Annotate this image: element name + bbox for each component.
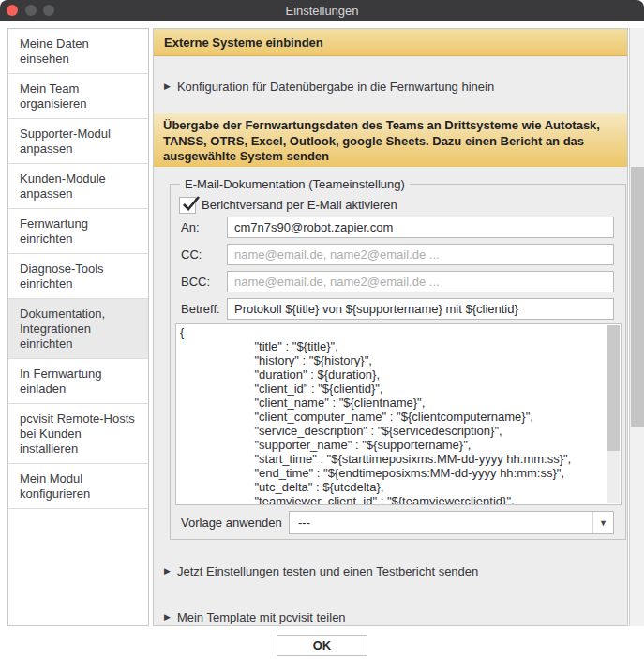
disclosure-konfiguration-label: Konfiguration für Datenübergabe in die F…: [177, 80, 494, 94]
disclosure-template-teilen-label: Mein Template mit pcvisit teilen: [177, 610, 346, 624]
vorlage-combobox[interactable]: --- ▼: [289, 511, 614, 534]
vorlage-label: Vorlage anwenden: [181, 516, 282, 530]
settings-window: Einstellungen Meine Daten einsehen Mein …: [0, 0, 644, 659]
an-input[interactable]: [227, 217, 614, 238]
window-scrollbar-track[interactable]: [629, 28, 644, 626]
disclosure-testbericht-label: Jetzt Einstellungen testen und einen Tes…: [177, 564, 478, 578]
window-title: Einstellungen: [0, 4, 644, 18]
group-title: E-Mail-Dokumentation (Teameinstellung): [180, 177, 410, 191]
berichtversand-checkbox-label: Berichtversand per E-Mail aktivieren: [202, 198, 397, 212]
disclosure-template-teilen[interactable]: ▶ Mein Template mit pcvisit teilen: [164, 608, 346, 625]
ok-button-label: OK: [313, 638, 332, 652]
cc-input[interactable]: [227, 244, 614, 265]
section-header-label: Externe Systeme einbinden: [164, 36, 323, 50]
window-scrollbar-thumb[interactable]: [631, 167, 644, 427]
template-scrollbar-track[interactable]: [607, 325, 620, 503]
sidebar-item-kunden-module[interactable]: Kunden-Module anpassen: [8, 164, 148, 209]
disclosure-testbericht[interactable]: ▶ Jetzt Einstellungen testen und einen T…: [164, 562, 478, 579]
sidebar-item-diagnose-tools[interactable]: Diagnose-Tools einrichten: [8, 254, 148, 299]
cc-label: CC:: [181, 247, 202, 262]
bcc-input[interactable]: [227, 271, 614, 292]
info-box-text: Übergabe der Fernwartungsdaten des Teams…: [163, 118, 600, 163]
an-label: An:: [181, 220, 200, 234]
info-box: Übergabe der Fernwartungsdaten des Teams…: [154, 113, 627, 167]
titlebar[interactable]: Einstellungen: [0, 0, 644, 21]
sidebar-item-remote-hosts[interactable]: pcvisit Remote-Hosts bei Kunden installi…: [8, 404, 148, 464]
berichtversand-checkbox[interactable]: [179, 197, 196, 214]
main-pane: Externe Systeme einbinden ▶ Konfiguratio…: [153, 28, 628, 626]
template-scrollbar-thumb[interactable]: [607, 325, 620, 451]
settings-sidebar: Meine Daten einsehen Mein Team organisie…: [7, 28, 149, 626]
vorlage-dropdown-button[interactable]: ▼: [592, 512, 613, 533]
email-dokumentation-group: E-Mail-Dokumentation (Teameinstellung) B…: [170, 184, 626, 540]
template-textarea[interactable]: { "title" : "${title}", "history" : "${h…: [176, 324, 607, 504]
template-editor-box: { "title" : "${title}", "history" : "${h…: [175, 323, 622, 505]
disclosure-triangle-icon: ▶: [164, 82, 171, 91]
disclosure-triangle-icon: ▶: [164, 612, 171, 622]
bcc-label: BCC:: [181, 275, 210, 289]
ok-button[interactable]: OK: [277, 635, 367, 656]
betreff-label: Betreff:: [181, 302, 220, 316]
dropdown-arrow-icon: ▼: [599, 518, 607, 528]
sidebar-item-fernwartung[interactable]: Fernwartung einrichten: [8, 209, 148, 254]
sidebar-item-supporter-modul[interactable]: Supporter-Modul anpassen: [8, 119, 148, 164]
sidebar-item-einladen[interactable]: In Fernwartung einladen: [8, 359, 148, 404]
disclosure-triangle-icon: ▶: [164, 566, 171, 576]
sidebar-item-meine-daten[interactable]: Meine Daten einsehen: [8, 29, 148, 74]
section-header: Externe Systeme einbinden: [154, 29, 627, 56]
vorlage-selected-value: ---: [298, 516, 310, 530]
sidebar-item-mein-modul[interactable]: Mein Modul konfigurieren: [8, 464, 148, 509]
sidebar-item-mein-team[interactable]: Mein Team organisieren: [8, 74, 148, 119]
disclosure-konfiguration[interactable]: ▶ Konfiguration für Datenübergabe in die…: [164, 78, 494, 95]
betreff-input[interactable]: [227, 298, 614, 320]
checkmark-icon: [181, 194, 200, 213]
sidebar-item-dokumentation[interactable]: Dokumentation, Integrationen einrichten: [8, 299, 148, 359]
